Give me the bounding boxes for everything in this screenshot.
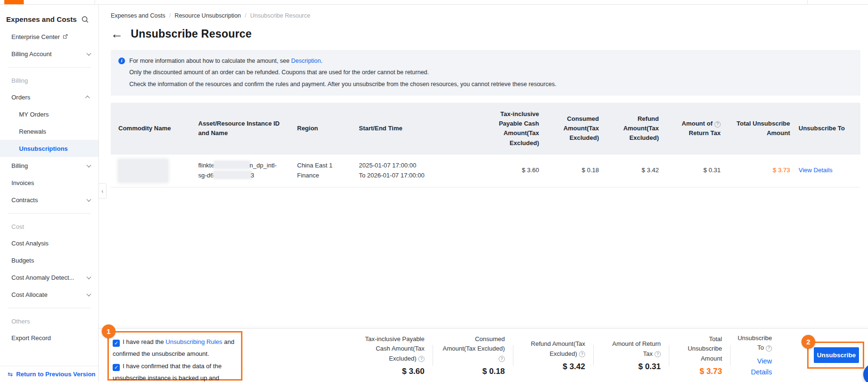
notice-line-1: For more information about how to calcul… [129, 55, 322, 67]
sidebar-item-cost-analysis[interactable]: Cost Analysis [0, 235, 98, 252]
cell-start-end-time: 2025-01-07 17:00:00To 2026-01-07 17:00:0… [359, 161, 474, 181]
sidebar-item-contracts[interactable]: Contracts [0, 191, 98, 208]
cell-tax-inclusive: $ 3.60 [483, 166, 539, 176]
sidebar-item-orders[interactable]: Orders [0, 88, 98, 106]
topbar-divider [95, 0, 95, 5]
breadcrumb-current: Unsubscribe Resource [250, 12, 310, 19]
sidebar-item-cost-anomaly-detection[interactable]: Cost Anomaly Detect... [0, 269, 98, 286]
sidebar: Expenses and Costs Enterprise Center Bil… [0, 5, 99, 382]
sidebar-item-renewals[interactable]: Renewals [0, 123, 98, 140]
footer-view-details-link[interactable]: View Details [739, 356, 772, 377]
sidebar-item-budgets[interactable]: Budgets [0, 252, 98, 269]
summary-unsubscribe-to: Unsubscribe To? View Details [731, 333, 780, 377]
bottom-action-bar: 1 ✓I have read the Unsubscribing Rules a… [99, 328, 868, 382]
sidebar-item-invoices[interactable]: Invoices [0, 174, 98, 191]
annotation-badge-2: 2 [801, 335, 815, 349]
sidebar-title: Expenses and Costs [6, 15, 77, 23]
unsubscribe-annotation-box: 2 Unsubscribe [807, 342, 864, 369]
breadcrumb-resource-unsubscription[interactable]: Resource Unsubscription [174, 12, 241, 19]
unsubscribe-resource-table: Commodity Name Asset/Resource Instance I… [111, 103, 860, 187]
cell-region: China East 1Finance [297, 161, 350, 181]
unsubscribing-rules-link[interactable]: Unsubscribing Rules [165, 338, 222, 345]
sidebar-item-unsubscriptions[interactable]: Unsubscriptions [0, 140, 98, 157]
help-icon[interactable]: ? [766, 345, 772, 352]
main-panel: Expenses and Costs / Resource Unsubscrip… [99, 5, 868, 382]
column-refund: Refund Amount(Tax Excluded) [608, 114, 659, 143]
sidebar-divider [8, 308, 91, 308]
column-commodity-name: Commodity Name [118, 124, 190, 133]
info-icon: i [118, 58, 125, 64]
sidebar-item-billing-account[interactable]: Billing Account [0, 45, 98, 62]
confirmation-annotation-box: 1 ✓I have read the Unsubscribing Rules a… [107, 331, 242, 381]
sidebar-item-export-record[interactable]: Export Record [0, 329, 98, 346]
cell-commodity-name [118, 159, 190, 182]
sidebar-section-others: Others [0, 313, 98, 329]
summary-return-tax: Amount of Return Tax? $ 0.31 [594, 339, 669, 371]
column-asset-instance: Asset/Resource Instance ID and Name [198, 119, 289, 138]
column-consumed: Consumed Amount(Tax Excluded) [548, 114, 599, 143]
page-title: Unsubscribe Resource [131, 28, 252, 40]
table-header: Commodity Name Asset/Resource Instance I… [111, 103, 860, 155]
chevron-down-icon [87, 197, 91, 202]
topbar-divider [807, 0, 808, 5]
column-tax-inclusive: Tax-inclusive Payable Cash Amount(Tax Ex… [483, 109, 539, 148]
column-amount-of-return-tax: Amount of? Return Tax [667, 119, 721, 138]
info-banner: i For more information about how to calc… [111, 50, 860, 96]
notice-line-3: Check the information of the resources a… [118, 78, 853, 90]
data-backup-checkbox-row: ✓I have confirmed that the data of the u… [113, 360, 237, 382]
help-icon[interactable]: ? [418, 356, 424, 362]
chevron-up-icon [85, 95, 90, 100]
redacted-instance-name [214, 171, 251, 178]
annotation-badge-1: 1 [102, 324, 116, 338]
chevron-down-icon [87, 51, 91, 56]
sidebar-item-my-orders[interactable]: MY Orders [0, 106, 98, 123]
switch-version-icon: ⇆ [8, 371, 13, 378]
column-start-end-time: Start/End Time [359, 124, 474, 133]
help-icon[interactable]: ? [579, 351, 585, 357]
chevron-down-icon [87, 163, 91, 167]
cell-total-unsubscribe-amount: $ 3.73 [729, 166, 790, 176]
sidebar-item-enterprise-center[interactable]: Enterprise Center [0, 28, 98, 45]
rules-checkbox[interactable]: ✓ [113, 340, 120, 347]
summary-consumed: Consumed Amount(Tax Excluded)? $ 0.18 [433, 334, 513, 376]
sidebar-divider [8, 67, 91, 68]
summary-total-unsubscribe: Total Unsubscribe Amount $ 3.73 [669, 334, 730, 376]
cell-refund: $ 3.42 [608, 166, 659, 176]
breadcrumb: Expenses and Costs / Resource Unsubscrip… [111, 12, 860, 19]
cell-consumed: $ 0.18 [548, 166, 599, 176]
return-to-previous-version-link[interactable]: ⇆ Return to Previous Version [0, 366, 98, 382]
unsubscribe-button[interactable]: Unsubscribe [814, 347, 859, 363]
data-backup-checkbox[interactable]: ✓ [113, 364, 120, 371]
sidebar-section-billing: Billing [0, 72, 98, 88]
chevron-down-icon [87, 274, 91, 279]
rules-checkbox-row: ✓I have read the Unsubscribing Rules and… [113, 336, 237, 360]
chevron-down-icon [87, 292, 91, 296]
column-region: Region [297, 124, 350, 133]
help-icon[interactable]: ? [714, 121, 721, 127]
back-button[interactable]: ← [111, 28, 123, 40]
row-view-details-link[interactable]: View Details [799, 167, 832, 174]
description-link[interactable]: Description [291, 58, 321, 64]
sidebar-item-cost-allocate[interactable]: Cost Allocate [0, 286, 98, 303]
help-icon[interactable]: ? [655, 351, 661, 357]
sidebar-divider [8, 213, 91, 214]
amount-summary: Tax-inclusive Payable Cash Amount(Tax Ex… [303, 329, 780, 382]
redacted-commodity-name [118, 159, 168, 182]
sidebar-nav: Enterprise Center Billing Account Billin… [0, 28, 98, 346]
sidebar-section-cost: Cost [0, 218, 98, 235]
sidebar-collapse-handle[interactable]: ‹ [98, 183, 106, 199]
app-window: Expenses and Costs Enterprise Center Bil… [0, 0, 868, 382]
help-icon[interactable]: ? [499, 356, 505, 362]
summary-tax-inclusive: Tax-inclusive Payable Cash Amount(Tax Ex… [341, 334, 433, 376]
sidebar-item-billing[interactable]: Billing [0, 157, 98, 174]
search-icon[interactable] [81, 16, 89, 23]
top-navigation-bar [0, 0, 868, 5]
cell-return-tax: $ 0.31 [667, 166, 721, 176]
summary-refund: Refund Amount(Tax Excluded)? $ 3.42 [513, 339, 593, 371]
column-unsubscribe-to: Unsubscribe To [799, 124, 852, 133]
breadcrumb-expenses-and-costs[interactable]: Expenses and Costs [111, 12, 165, 19]
table-row: flinkten_dp_intl- sg-d63 China East 1Fin… [111, 155, 860, 187]
external-link-icon [63, 34, 68, 39]
cell-asset-instance: flinkten_dp_intl- sg-d63 [198, 161, 289, 181]
notice-line-2: Only the discounted amount of an order c… [118, 67, 853, 78]
